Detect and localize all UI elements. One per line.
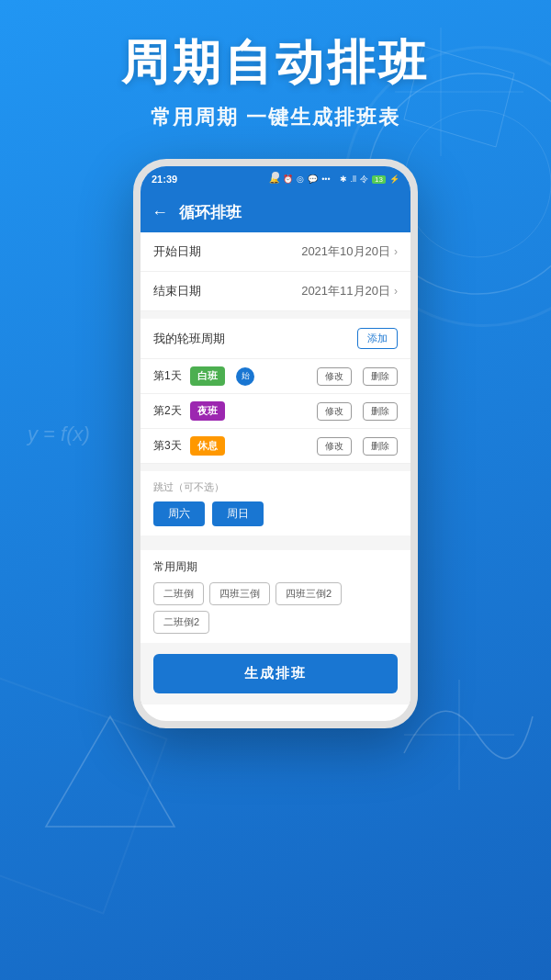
shift-tag-3: 休息 bbox=[190, 436, 225, 456]
shift-row-2: 第2天 夜班 修改 删除 bbox=[141, 394, 410, 429]
app-bar-title: 循环排班 bbox=[179, 202, 242, 223]
chat-icon: 💬 bbox=[308, 175, 318, 184]
generate-section: 生成排班 bbox=[141, 643, 410, 704]
start-date-label: 开始日期 bbox=[153, 243, 201, 260]
shift-row-3: 第3天 休息 修改 删除 bbox=[141, 429, 410, 464]
period-btn-2[interactable]: 四班三倒 bbox=[209, 582, 270, 605]
content-area: 开始日期 2021年10月20日 › 结束日期 2021年11月20日 › 我的… bbox=[141, 232, 410, 704]
common-periods-label: 常用周期 bbox=[153, 559, 398, 575]
skip-label: 跳过（可不选） bbox=[153, 480, 398, 494]
wifi-icon: 令 bbox=[360, 174, 368, 186]
period-btn-3[interactable]: 四班三倒2 bbox=[276, 582, 342, 605]
sub-title: 常用周期 一键生成排班表 bbox=[0, 104, 551, 131]
end-date-value: 2021年11月20日 › bbox=[301, 283, 398, 299]
skip-buttons: 周六 周日 bbox=[153, 501, 398, 526]
delete-btn-3[interactable]: 删除 bbox=[363, 437, 398, 456]
end-date-row[interactable]: 结束日期 2021年11月20日 › bbox=[141, 272, 410, 311]
phone-mockup: 21:39 🔔 ⏰ ◎ 💬 ••• ✱ .ll 令 13 ⚡ ← 循环排班 bbox=[133, 159, 418, 728]
generate-button[interactable]: 生成排班 bbox=[153, 654, 398, 693]
battery-icon: 13 bbox=[372, 175, 386, 184]
period-btn-1[interactable]: 二班倒 bbox=[153, 582, 204, 605]
skip-section: 跳过（可不选） 周六 周日 bbox=[141, 471, 410, 535]
start-date-value: 2021年10月20日 › bbox=[301, 243, 398, 260]
add-shift-button[interactable]: 添加 bbox=[357, 328, 398, 349]
status-time: 21:39 bbox=[152, 174, 177, 185]
end-date-label: 结束日期 bbox=[153, 283, 201, 299]
bluetooth-icon: ✱ bbox=[340, 175, 347, 184]
chevron-icon: › bbox=[394, 245, 398, 258]
modify-btn-1[interactable]: 修改 bbox=[317, 367, 352, 386]
common-periods-section: 常用周期 二班倒 四班三倒 四班三倒2 二班倒2 bbox=[141, 550, 410, 643]
shift-tag-2: 夜班 bbox=[190, 401, 225, 421]
common-period-buttons: 二班倒 四班三倒 四班三倒2 二班倒2 bbox=[153, 582, 398, 634]
main-title: 周期自动排班 bbox=[0, 37, 551, 89]
more-icon: ••• bbox=[321, 175, 330, 184]
modify-btn-2[interactable]: 修改 bbox=[317, 402, 352, 421]
shift-tag-1: 白班 bbox=[190, 366, 225, 386]
shift-row-1: 第1天 白班 始 修改 删除 bbox=[141, 359, 410, 394]
shift-day-1: 第1天 bbox=[153, 368, 183, 384]
skip-saturday-btn[interactable]: 周六 bbox=[153, 501, 205, 526]
start-date-row[interactable]: 开始日期 2021年10月20日 › bbox=[141, 232, 410, 272]
my-shifts-label: 我的轮班周期 bbox=[153, 331, 225, 347]
delete-btn-2[interactable]: 删除 bbox=[363, 402, 398, 421]
charge-icon: ⚡ bbox=[389, 175, 399, 184]
camera-dot bbox=[272, 172, 279, 179]
status-icons: 🔔 ⏰ ◎ 💬 ••• ✱ .ll 令 13 ⚡ bbox=[269, 174, 399, 186]
skip-sunday-btn[interactable]: 周日 bbox=[212, 501, 264, 526]
status-bar: 21:39 🔔 ⏰ ◎ 💬 ••• ✱ .ll 令 13 ⚡ bbox=[141, 166, 410, 192]
location-icon: ◎ bbox=[297, 175, 304, 184]
my-shifts-header: 我的轮班周期 添加 bbox=[141, 319, 410, 359]
chevron-icon-2: › bbox=[394, 285, 398, 298]
period-btn-4[interactable]: 二班倒2 bbox=[153, 611, 209, 634]
shift-day-2: 第2天 bbox=[153, 403, 183, 419]
delete-btn-1[interactable]: 删除 bbox=[363, 367, 398, 386]
shift-day-3: 第3天 bbox=[153, 438, 183, 454]
back-button[interactable]: ← bbox=[152, 203, 168, 222]
start-badge: 始 bbox=[236, 367, 254, 386]
alarm-icon: ⏰ bbox=[283, 175, 293, 184]
signal-icon: .ll bbox=[351, 175, 357, 184]
modify-btn-3[interactable]: 修改 bbox=[317, 437, 352, 456]
app-bar: ← 循环排班 bbox=[141, 192, 410, 232]
